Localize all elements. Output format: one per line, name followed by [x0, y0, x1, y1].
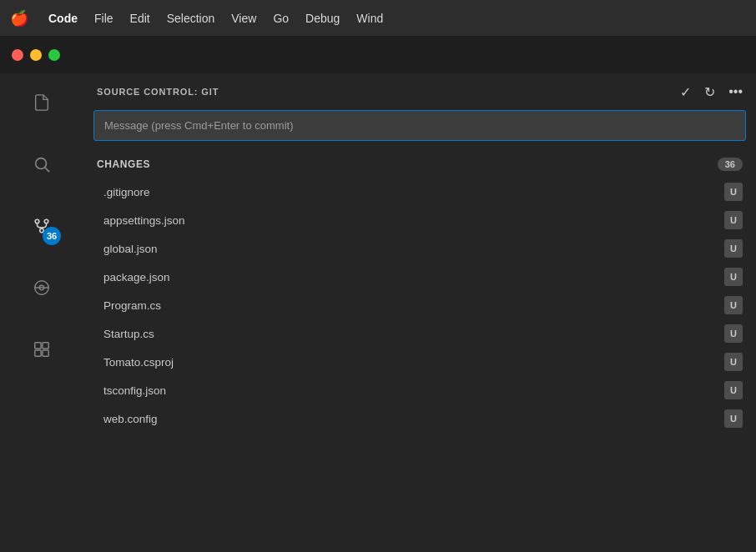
file-list-item[interactable]: .gitignoreU	[83, 178, 756, 206]
menu-wind[interactable]: Wind	[356, 12, 383, 25]
more-actions-icon[interactable]: •••	[728, 84, 743, 99]
menu-selection[interactable]: Selection	[167, 12, 215, 25]
refresh-icon[interactable]: ↻	[704, 84, 715, 100]
file-status-badge: U	[724, 324, 743, 343]
menu-file[interactable]: File	[94, 12, 113, 25]
changes-label: CHANGES	[97, 158, 150, 170]
minimize-button[interactable]	[30, 49, 42, 61]
changes-header[interactable]: CHANGES 36	[83, 151, 756, 178]
file-name: Startup.cs	[103, 328, 154, 340]
file-status-badge: U	[724, 381, 743, 399]
file-name: package.json	[103, 271, 170, 284]
file-list-item[interactable]: Tomato.csprojU	[83, 348, 756, 376]
file-name: Tomato.csproj	[103, 356, 174, 369]
file-status-badge: U	[724, 211, 743, 229]
file-status-badge: U	[724, 353, 743, 371]
menu-view[interactable]: View	[231, 12, 256, 25]
svg-line-1	[45, 168, 49, 172]
commit-message-input[interactable]	[93, 110, 746, 141]
main-layout: 36 SOURCE CONTROL: GIT ✓ ↻ •••	[0, 73, 756, 552]
file-list-item[interactable]: Startup.csU	[83, 319, 756, 348]
menu-code[interactable]: Code	[48, 12, 78, 25]
file-list-item[interactable]: package.jsonU	[83, 263, 756, 291]
panel-actions: ✓ ↻ •••	[680, 84, 743, 100]
svg-rect-9	[35, 343, 41, 349]
file-list-item[interactable]: tsconfig.jsonU	[83, 376, 756, 404]
traffic-lights	[0, 37, 756, 73]
svg-point-2	[35, 219, 39, 223]
svg-point-0	[36, 158, 47, 169]
maximize-button[interactable]	[48, 49, 60, 61]
file-name: .gitignore	[103, 186, 150, 198]
apple-icon[interactable]: 🍎	[10, 9, 28, 28]
file-name: global.json	[103, 243, 158, 255]
source-control-panel: SOURCE CONTROL: GIT ✓ ↻ ••• CHANGES 36 .…	[83, 73, 756, 552]
file-name: web.config	[103, 413, 158, 425]
close-button[interactable]	[12, 49, 23, 61]
file-list-item[interactable]: appsettings.jsonU	[83, 206, 756, 234]
panel-header: SOURCE CONTROL: GIT ✓ ↻ •••	[83, 73, 756, 110]
svg-rect-12	[43, 350, 48, 356]
file-status-badge: U	[724, 268, 743, 286]
source-control-activity-icon[interactable]: 36	[21, 205, 63, 247]
file-status-badge: U	[724, 183, 743, 201]
remote-activity-icon[interactable]	[21, 329, 63, 370]
file-name: tsconfig.json	[103, 384, 166, 397]
file-status-badge: U	[724, 296, 743, 314]
menu-go[interactable]: Go	[273, 12, 289, 25]
panel-title: SOURCE CONTROL: GIT	[97, 87, 219, 97]
svg-rect-10	[43, 343, 48, 349]
changes-count-badge: 36	[718, 158, 743, 171]
search-activity-icon[interactable]	[21, 143, 63, 185]
file-name: Program.cs	[103, 299, 161, 312]
file-status-badge: U	[724, 239, 743, 258]
menu-edit[interactable]: Edit	[130, 12, 150, 25]
source-control-badge: 36	[43, 227, 61, 245]
files-activity-icon[interactable]	[21, 82, 63, 123]
activity-bar: 36	[0, 73, 83, 552]
commit-input-wrap	[93, 110, 746, 141]
file-list-item[interactable]: Program.csU	[83, 291, 756, 319]
svg-rect-11	[35, 350, 41, 356]
file-list-item[interactable]: global.jsonU	[83, 234, 756, 263]
menu-bar: 🍎 Code File Edit Selection View Go Debug…	[0, 0, 756, 37]
svg-point-3	[44, 219, 48, 223]
extensions-activity-icon[interactable]	[21, 267, 63, 309]
file-list-item[interactable]: web.configU	[83, 404, 756, 433]
file-status-badge: U	[724, 409, 743, 428]
file-list: .gitignoreUappsettings.jsonUglobal.jsonU…	[83, 178, 756, 552]
menu-debug[interactable]: Debug	[305, 12, 340, 25]
file-name: appsettings.json	[103, 214, 185, 227]
commit-check-icon[interactable]: ✓	[680, 84, 691, 100]
